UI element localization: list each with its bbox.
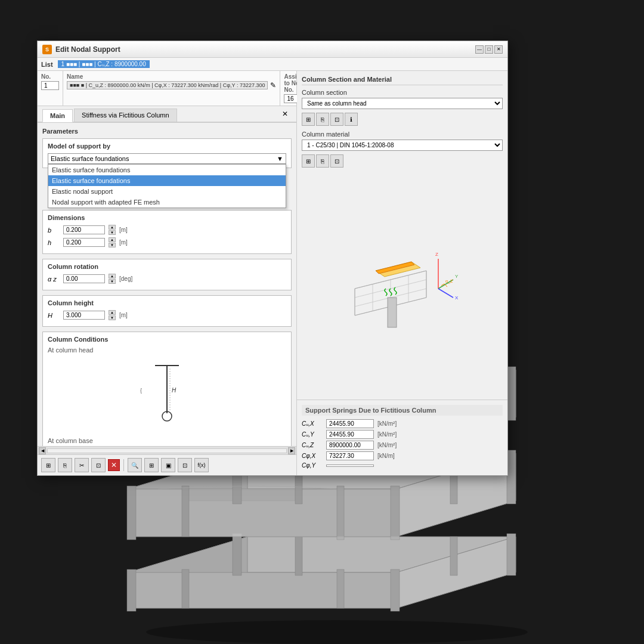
section-expand-btn[interactable]: ⊡ — [330, 113, 343, 126]
cp-x-row: Cφ,X 73227.30 [kN/m] — [302, 451, 503, 460]
no-value[interactable]: 1 — [41, 81, 59, 90]
maximize-button[interactable]: □ — [485, 45, 493, 54]
az-input[interactable]: 0.00 — [63, 274, 105, 283]
toolbar-expand-btn[interactable]: ⊡ — [91, 458, 106, 472]
toolbar-select-btn[interactable]: ▣ — [161, 458, 175, 472]
dialog-title: Edit Nodal Support — [55, 45, 472, 54]
h-unit: [m] — [119, 239, 128, 246]
tabs-bar: Main Stiffness via Fictitious Column ✕ — [38, 106, 296, 123]
model-selected-text: Elastic surface foundations — [51, 155, 129, 162]
parameters-header: Parameters — [42, 128, 292, 135]
close-button[interactable]: ✕ — [494, 45, 503, 54]
svg-rect-57 — [388, 298, 397, 327]
toolbar-render-btn[interactable]: ⊡ — [178, 458, 192, 472]
col-section-dropdown-row: Same as column head — [302, 98, 503, 109]
svg-line-60 — [438, 289, 453, 298]
col-section-icon-buttons: ⊞ ⎘ ⊡ ℹ — [302, 113, 503, 126]
cu-y-value[interactable]: 24455.90 — [326, 430, 374, 439]
no-column: No. 1 — [38, 71, 63, 106]
col-material-icon-buttons: ⊞ ⎘ ⊡ — [302, 154, 503, 168]
at-column-head-label: At column head — [48, 346, 286, 354]
h-input[interactable]: 0.200 — [63, 238, 105, 247]
col-material-select[interactable]: 1 - C25/30 | DIN 1045-1:2008-08 — [302, 140, 503, 151]
az-down-arrow[interactable]: ▼ — [109, 279, 116, 284]
toolbar-delete-btn[interactable]: ✕ — [108, 459, 120, 471]
cu-z-value[interactable]: 8900000.00 — [326, 441, 374, 450]
no-name-header: No. 1 Name ■■■ ■ | C_u,Z : 8900000.00 kN… — [38, 71, 296, 106]
scroll-track[interactable] — [47, 448, 287, 453]
toolbar-table-btn[interactable]: ⊞ — [41, 458, 55, 472]
list-selected-item[interactable]: 1 ■■■ | ■■■ | Cᵤ,Z : 8900000.00 — [58, 60, 150, 68]
model-dropdown-header[interactable]: Elastic surface foundations ▼ — [48, 153, 286, 164]
support-springs-section: Support Springs Due to Fictitious Column… — [297, 400, 507, 475]
horizontal-scrollbar[interactable]: ◀ ▶ — [38, 446, 296, 454]
toolbar-search-btn[interactable]: 🔍 — [128, 458, 142, 472]
dropdown-option-0[interactable]: Elastic surface foundations — [48, 165, 286, 175]
svg-rect-5 — [127, 569, 136, 611]
column-section-material: Column Section and Material Column secti… — [297, 71, 507, 177]
cu-y-unit: [kN/m²] — [377, 431, 397, 438]
H-up-arrow[interactable]: ▲ — [109, 310, 116, 315]
column-height-group: Column height H 3.000 ▲ ▼ [m] — [42, 295, 292, 327]
svg-rect-24 — [337, 486, 344, 540]
scroll-left-arrow[interactable]: ◀ — [39, 447, 46, 454]
col-section-label: Column section — [302, 89, 503, 96]
section-info-btn[interactable]: ℹ — [345, 113, 358, 126]
tab-fictitious-column[interactable]: Stiffness via Fictitious Column — [74, 109, 177, 122]
h-up-arrow[interactable]: ▲ — [109, 237, 116, 242]
svg-rect-33 — [507, 367, 516, 420]
rotation-row: α z 0.00 ▲ ▼ [deg] — [48, 274, 286, 284]
cp-x-value[interactable]: 73227.30 — [326, 451, 374, 460]
cu-x-value[interactable]: 24455.90 — [326, 419, 374, 428]
h-dimension-row: h 0.200 ▲ ▼ [m] — [48, 237, 286, 247]
H-input[interactable]: 3.000 — [63, 311, 105, 320]
toolbar-separator-1 — [123, 459, 124, 471]
toolbar-copy-btn[interactable]: ⎘ — [58, 458, 72, 472]
cu-y-label: Cᵤ,Y — [302, 431, 323, 438]
name-value[interactable]: ■■■ ■ | C_u,Z : 8900000.00 kN/m | Cφ,X :… — [67, 81, 268, 89]
section-table-btn[interactable]: ⊞ — [302, 113, 315, 126]
b-input[interactable]: 0.200 — [63, 225, 105, 234]
svg-point-0 — [146, 620, 528, 644]
b-down-arrow[interactable]: ▼ — [109, 230, 116, 235]
app-icon: S — [42, 45, 52, 54]
tab-close-icon[interactable]: ✕ — [278, 109, 292, 122]
tab-main[interactable]: Main — [42, 109, 73, 122]
az-spinner[interactable]: ▲ ▼ — [109, 274, 116, 284]
svg-rect-6 — [233, 534, 242, 575]
dropdown-option-2[interactable]: Elastic nodal support — [48, 186, 286, 197]
svg-rect-12 — [450, 537, 457, 575]
edit-icon[interactable]: ✎ — [270, 81, 276, 89]
dropdown-arrow-icon: ▼ — [277, 155, 283, 162]
height-row: H 3.000 ▲ ▼ [m] — [48, 310, 286, 320]
toolbar-cut-btn[interactable]: ✂ — [75, 458, 89, 472]
dropdown-option-3[interactable]: Nodal support with adapted FE mesh — [48, 197, 286, 208]
toolbar-function-btn[interactable]: f(x) — [194, 458, 209, 472]
section-copy-btn[interactable]: ⎘ — [316, 113, 329, 126]
az-up-arrow[interactable]: ▲ — [109, 274, 116, 278]
b-spinner[interactable]: ▲ ▼ — [109, 225, 116, 235]
column-conditions-group: Column Conditions At column head — [42, 332, 292, 446]
scroll-right-arrow[interactable]: ▶ — [288, 447, 295, 454]
H-down-arrow[interactable]: ▼ — [109, 315, 116, 320]
material-table-btn[interactable]: ⊞ — [302, 154, 315, 168]
dropdown-option-1[interactable]: Elastic surface foundations — [48, 175, 286, 186]
col-material-label: Column material — [302, 131, 503, 138]
toolbar-grid-btn[interactable]: ⊞ — [144, 458, 159, 472]
minimize-button[interactable]: — — [475, 45, 484, 54]
az-unit: [deg] — [119, 275, 132, 282]
material-copy-btn[interactable]: ⎘ — [316, 154, 329, 168]
H-spinner[interactable]: ▲ ▼ — [109, 310, 116, 320]
parameters-section: Parameters Model of support by Elastic s… — [38, 123, 296, 446]
col-section-select[interactable]: Same as column head — [302, 98, 503, 109]
svg-rect-22 — [182, 486, 189, 537]
b-up-arrow[interactable]: ▲ — [109, 225, 116, 230]
h-down-arrow[interactable]: ▼ — [109, 243, 116, 247]
left-panel: No. 1 Name ■■■ ■ | C_u,Z : 8900000.00 kN… — [38, 71, 297, 475]
material-expand-btn[interactable]: ⊡ — [330, 154, 343, 168]
bottom-toolbar: ⊞ ⎘ ✂ ⊡ ✕ 🔍 ⊞ ▣ ⊡ f(x) — [38, 454, 296, 475]
cp-y-row: Cφ,Y — [302, 462, 503, 469]
h-spinner[interactable]: ▲ ▼ — [109, 237, 116, 247]
cp-y-value[interactable] — [326, 465, 374, 467]
svg-text:α_Z: α_Z — [445, 279, 453, 284]
